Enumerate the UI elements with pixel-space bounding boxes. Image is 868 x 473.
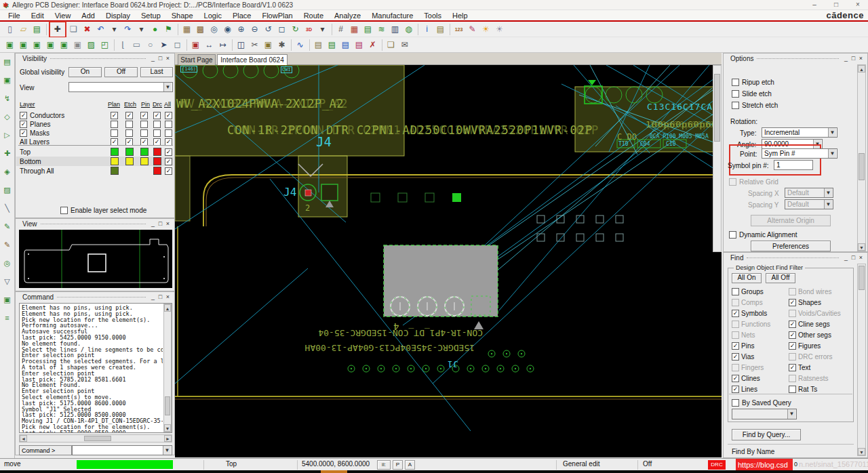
canvas-vscrollbar[interactable] <box>713 65 722 252</box>
layer-color-swatch[interactable] <box>140 157 149 165</box>
report-check-icon[interactable]: ▤ <box>326 39 338 52</box>
vis-row-lead-checkbox[interactable]: ✓ <box>20 112 27 119</box>
application-mode-button[interactable]: A <box>405 460 415 470</box>
redraw-icon[interactable]: ↻ <box>289 23 302 36</box>
hatch-icon[interactable]: ▨ <box>1 184 14 196</box>
find-lines-checkbox[interactable]: ✓ <box>732 386 739 393</box>
copy-doc-icon[interactable]: ❏ <box>384 39 397 52</box>
shadow-on-icon[interactable]: ☀ <box>479 23 492 36</box>
panel-grab-handle[interactable] <box>57 297 146 297</box>
vis-cell-checkbox[interactable] <box>125 129 133 137</box>
vis-cell-checkbox[interactable]: ✓ <box>165 112 172 119</box>
down-icon[interactable]: ▽ <box>1 275 14 287</box>
panel-close-icon[interactable]: × <box>164 55 172 62</box>
dimension-linear-icon[interactable]: ↔ <box>203 39 216 52</box>
select-arrow-icon[interactable]: ➤ <box>157 39 170 52</box>
shape-edit-icon[interactable]: ◰ <box>98 39 111 52</box>
menu-route[interactable]: Route <box>298 12 329 20</box>
dynamic-alignment-checkbox[interactable] <box>729 231 736 239</box>
scroll-up-icon[interactable]: ▲ <box>164 304 171 312</box>
redo-icon[interactable]: ↷ <box>121 23 134 36</box>
vis-row-lead-checkbox[interactable]: ✓ <box>20 129 27 137</box>
scroll-down-icon[interactable]: ▼ <box>164 424 171 432</box>
vis-cell-checkbox[interactable]: ✓ <box>125 112 133 119</box>
chevron-down-icon[interactable]: ▼ <box>163 83 172 91</box>
find-shapes-checkbox[interactable]: ✓ <box>789 299 796 306</box>
panel-close-icon[interactable]: × <box>857 55 865 62</box>
line-icon[interactable]: ╲ <box>1 202 14 214</box>
fillet-icon[interactable]: ⌊ <box>117 39 130 52</box>
vis-cell-checkbox[interactable] <box>140 121 148 128</box>
scroll-thumb[interactable] <box>84 436 111 441</box>
panel-close-icon[interactable]: × <box>857 254 865 261</box>
menu-analyze[interactable]: Analyze <box>329 12 366 20</box>
zoom-out-icon[interactable]: ⊖ <box>248 23 261 36</box>
enable-layer-select-checkbox[interactable] <box>60 207 68 214</box>
report-icon[interactable]: ▤ <box>312 39 325 52</box>
report-cal-icon[interactable]: ▤ <box>353 39 366 52</box>
command-input[interactable]: ▼ <box>72 445 172 455</box>
command-vscrollbar[interactable]: ▲ ▼ <box>163 304 172 432</box>
vis-cell-checkbox[interactable] <box>111 121 118 128</box>
preferences-button[interactable]: Preferences <box>751 241 831 251</box>
menu-manufacture[interactable]: Manufacture <box>366 12 418 20</box>
layer-color-swatch[interactable] <box>140 148 149 156</box>
close-button[interactable]: × <box>849 1 867 8</box>
menu-flowplan[interactable]: FlowPlan <box>256 12 298 20</box>
maximize-button[interactable]: □ <box>827 1 845 8</box>
find-groups-checkbox[interactable] <box>732 288 739 295</box>
world-view-icon[interactable]: ◍ <box>402 23 415 36</box>
pushpin-icon[interactable]: ⚑ <box>162 23 175 36</box>
layer-visible-checkbox[interactable]: ✓ <box>165 148 172 156</box>
options-vscrollbar[interactable]: ▲ ▼ <box>857 64 866 251</box>
flow-icon[interactable]: ≋ <box>375 23 388 36</box>
scroll-right-icon[interactable]: ► <box>164 435 172 442</box>
scroll-up-icon[interactable]: ▲ <box>858 65 865 73</box>
find-cline-segs-checkbox[interactable]: ✓ <box>789 321 796 328</box>
vis-cell-checkbox[interactable] <box>165 129 172 137</box>
stretch-etch-checkbox[interactable] <box>732 102 739 109</box>
find-by-query-button[interactable]: Find by Query... <box>732 429 801 440</box>
menu-place[interactable]: Place <box>227 12 257 20</box>
view-combo[interactable]: ▼ <box>68 82 173 92</box>
scroll-thumb[interactable] <box>165 396 170 415</box>
dimension-extent-icon[interactable]: ↦ <box>216 39 229 52</box>
layer-row-top[interactable]: Top <box>20 148 31 156</box>
menu-file[interactable]: File <box>3 12 26 20</box>
zoom-previous-icon[interactable]: ↺ <box>262 23 275 36</box>
shape-polygon-icon[interactable]: ▣ <box>3 39 16 52</box>
menu-add[interactable]: Add <box>76 12 100 20</box>
padstack-icon[interactable]: ▣ <box>189 39 202 52</box>
pad-icon[interactable]: ▣ <box>1 293 14 306</box>
vis-cell-checkbox[interactable]: ✓ <box>153 112 161 119</box>
clipboard-icon[interactable]: ▣ <box>262 39 275 52</box>
find-text-checkbox[interactable]: ✓ <box>789 364 796 371</box>
rect-tool-icon[interactable]: ▭ <box>130 39 143 52</box>
chevron-down-icon[interactable]: ▼ <box>828 128 836 137</box>
list-icon[interactable]: ≡ <box>1 312 14 324</box>
move-icon[interactable]: ✚ <box>51 23 64 36</box>
status-active-layer[interactable]: Top <box>226 460 237 468</box>
zoom-in-icon[interactable]: ⊕ <box>235 23 248 36</box>
by-saved-query-checkbox[interactable] <box>732 399 739 407</box>
layer-color-swatch[interactable] <box>125 148 134 156</box>
menu-shape[interactable]: Shape <box>166 12 199 20</box>
find-symbols-checkbox[interactable]: ✓ <box>732 310 739 317</box>
properties-icon[interactable]: ▤ <box>434 23 447 36</box>
rotation-type-combo[interactable]: Incremental▼ <box>762 127 837 138</box>
component-browser-icon[interactable]: ▤ <box>361 23 374 36</box>
report-new-icon[interactable]: ▤ <box>339 39 352 52</box>
find-clines-checkbox[interactable]: ✓ <box>732 375 739 382</box>
doc-green-icon[interactable]: ▤ <box>1 56 14 68</box>
text-edit-icon[interactable]: ✎ <box>1 239 14 251</box>
wire-icon[interactable]: ↯ <box>1 92 14 104</box>
zoom-fit-icon[interactable]: ◉ <box>221 23 234 36</box>
panel-close-icon[interactable]: × <box>164 220 172 227</box>
shape-void-icon[interactable]: ▣ <box>58 39 71 52</box>
vis-cell-checkbox[interactable] <box>140 129 148 137</box>
shape-hatch-icon[interactable]: ▨ <box>85 39 98 52</box>
shape-circle-icon[interactable]: ▣ <box>31 39 43 52</box>
panel-float-icon[interactable]: □ <box>157 220 164 227</box>
cut-icon[interactable]: ✂ <box>248 39 261 52</box>
panel-float-icon[interactable]: □ <box>157 293 164 300</box>
